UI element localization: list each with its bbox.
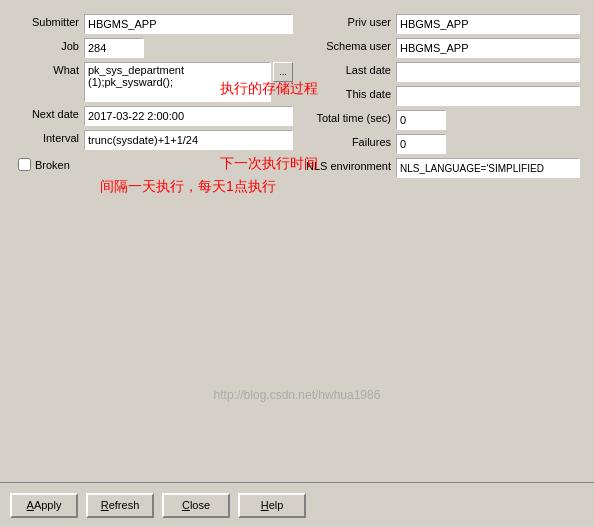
what-row: What pk_sys_department (1);pk_sysward();… — [14, 62, 293, 102]
last-date-row: Last date — [301, 62, 580, 82]
schema-user-label: Schema user — [301, 38, 396, 52]
submitter-label: Submitter — [14, 14, 84, 28]
last-date-input[interactable] — [396, 62, 580, 82]
close-button[interactable]: Close — [162, 493, 230, 518]
interval-label: Interval — [14, 130, 84, 144]
failures-label: Failures — [301, 134, 396, 148]
priv-user-row: Priv user — [301, 14, 580, 34]
what-expand-button[interactable]: ... — [273, 62, 293, 82]
form-grid: Submitter Job What pk_sys_department (1)… — [10, 10, 584, 182]
last-date-label: Last date — [301, 62, 396, 76]
broken-checkbox[interactable] — [18, 158, 31, 171]
job-label: Job — [14, 38, 84, 52]
refresh-label: Refresh — [101, 499, 140, 511]
failures-row: Failures — [301, 134, 580, 154]
watermark: http://blog.csdn.net/hwhua1986 — [214, 388, 381, 402]
help-label: Help — [261, 499, 284, 511]
this-date-row: This date — [301, 86, 580, 106]
what-textarea[interactable]: pk_sys_department (1);pk_sysward(); — [84, 62, 271, 102]
failures-input[interactable] — [396, 134, 446, 154]
next-date-input[interactable] — [84, 106, 293, 126]
schema-user-row: Schema user — [301, 38, 580, 58]
priv-user-input[interactable] — [396, 14, 580, 34]
refresh-button[interactable]: Refresh — [86, 493, 154, 518]
next-date-label: Next date — [14, 106, 84, 120]
priv-user-label: Priv user — [301, 14, 396, 28]
this-date-input[interactable] — [396, 86, 580, 106]
this-date-label: This date — [301, 86, 396, 100]
button-bar: AApply Refresh Close Help — [0, 482, 594, 527]
what-label: What — [14, 62, 84, 76]
interval-row: Interval — [14, 130, 293, 150]
submitter-input[interactable] — [84, 14, 293, 34]
help-button[interactable]: Help — [238, 493, 306, 518]
close-label: Close — [182, 499, 210, 511]
total-time-row: Total time (sec) — [301, 110, 580, 130]
submitter-row: Submitter — [14, 14, 293, 34]
nls-row: NLS environment — [301, 158, 580, 178]
job-row: Job — [14, 38, 293, 58]
content-area: Submitter Job What pk_sys_department (1)… — [0, 0, 594, 482]
broken-label: Broken — [35, 159, 70, 171]
total-time-label: Total time (sec) — [301, 110, 396, 124]
job-input[interactable] — [84, 38, 144, 58]
total-time-input[interactable] — [396, 110, 446, 130]
nls-input[interactable] — [396, 158, 580, 178]
broken-row: Broken — [14, 154, 293, 175]
left-column: Submitter Job What pk_sys_department (1)… — [10, 10, 297, 182]
main-window: Submitter Job What pk_sys_department (1)… — [0, 0, 594, 527]
next-date-row: Next date — [14, 106, 293, 126]
apply-label: AApply — [27, 499, 62, 511]
apply-button[interactable]: AApply — [10, 493, 78, 518]
right-column: Priv user Schema user Last date This dat… — [297, 10, 584, 182]
schema-user-input[interactable] — [396, 38, 580, 58]
interval-input[interactable] — [84, 130, 293, 150]
nls-label: NLS environment — [301, 158, 396, 172]
